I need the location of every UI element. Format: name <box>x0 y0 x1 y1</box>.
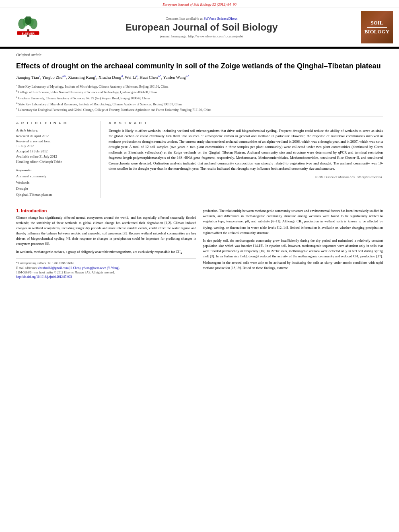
available-date: Available online 31 July 2012 <box>16 154 94 159</box>
email-addresses: chenhuai81@gmail.com (H. Chen), yfwang@u… <box>38 266 120 270</box>
article-info-col: A R T I C L E I N F O Article history: R… <box>16 121 101 198</box>
email-label: E-mail addresses: <box>16 266 37 270</box>
right-paragraph-1: production. The relationship between met… <box>203 208 383 236</box>
received-revised-date: 13 July 2012 <box>16 144 94 149</box>
keyword-2: Wetlands <box>16 180 94 186</box>
received-date: Received 26 April 2012 <box>16 134 94 139</box>
author-list: Jianqing Tiana, Yingbo Zhua,b, Xiaoming … <box>16 74 383 80</box>
abstract-label: A B S T R A C T <box>109 121 383 125</box>
keywords-title: Keywords: <box>16 168 94 172</box>
footnote-area: * Corresponding authors. Tel.: +86 10882… <box>16 259 196 279</box>
keyword-4: Qinghai–Tibetan plateau <box>16 192 94 198</box>
journal-citation: European Journal of Soil Biology 52 (201… <box>162 2 236 6</box>
affil-d: d State Key Laboratory of Microbial Reso… <box>16 101 383 107</box>
article-type-label: Original article <box>16 53 383 59</box>
corresponding-note: * Corresponding authors. Tel.: +86 10882… <box>16 261 196 265</box>
svg-text:ELSEVIER: ELSEVIER <box>22 32 35 35</box>
doi-link[interactable]: http://dx.doi.org/10.1016/j.ejsobi.2012.… <box>16 275 72 279</box>
journal-main-title: European Journal of Soil Biology <box>50 22 353 33</box>
keyword-3: Drought <box>16 186 94 192</box>
affil-a: a State Key Laboratory of Mycology, Inst… <box>16 83 383 89</box>
article-history-title: Article history: <box>16 128 94 132</box>
affil-e: e Laboratory for Ecological Forecasting … <box>16 107 383 113</box>
article-history: Article history: Received 26 April 2012 … <box>16 128 94 164</box>
body-right: production. The relationship between met… <box>203 208 383 279</box>
journal-citation-bar: European Journal of Soil Biology 52 (201… <box>0 0 399 8</box>
email-line: E-mail addresses: chenhuai81@gmail.com (… <box>16 266 196 270</box>
copyright: © 2012 Elsevier Masson SAS. All rights r… <box>109 175 383 179</box>
elsevier-tree-icon: ELSEVIER <box>14 16 42 39</box>
accepted-date: Accepted 13 July 2012 <box>16 149 94 154</box>
abstract-text: Drought is likely to affect wetlands, in… <box>109 128 383 172</box>
article-info-label: A R T I C L E I N F O <box>16 121 94 125</box>
handling-editor: Handling editor: Christoph Tebbe <box>16 159 94 164</box>
right-paragraph-2: In rice paddy soil, the methanogenic com… <box>203 238 383 271</box>
page-wrapper: European Journal of Soil Biology 52 (201… <box>0 0 399 283</box>
soil-biology-badge-area: SOIL BIOLOGY <box>353 11 393 43</box>
article-info-abstract: A R T I C L E I N F O Article history: R… <box>16 117 383 198</box>
handling-editor-name: Christoph Tebbe <box>39 160 62 164</box>
badge-soil-text: SOIL <box>370 20 383 27</box>
elsevier-logo-area: ELSEVIER <box>6 16 50 39</box>
intro-section-label: Introduction <box>21 208 47 213</box>
issn-line: 1164-5563/$ – see front matter © 2012 El… <box>16 270 196 275</box>
body-content: 1. Introduction Climate change has signi… <box>16 204 383 279</box>
sciverse-text: Contents lists available at <box>166 16 203 21</box>
intro-paragraph-2: In wetlands, methanogenic archaea, a gro… <box>16 249 196 256</box>
sciverse-link: Contents lists available at SciVerse Sci… <box>50 16 353 21</box>
keyword-1: Archaeal community <box>16 173 94 179</box>
badge-biology-text: BIOLOGY <box>364 29 389 35</box>
abstract-col: A B S T R A C T Drought is likely to aff… <box>109 121 383 198</box>
intro-paragraph-1: Climate change has significantly affecte… <box>16 215 196 247</box>
article-content: Original article Effects of drought on t… <box>0 49 399 283</box>
affil-c: c Graduate University, Chinese Academy o… <box>16 95 383 101</box>
journal-title-area: Contents lists available at SciVerse Sci… <box>50 16 353 39</box>
body-left: 1. Introduction Climate change has signi… <box>16 208 196 279</box>
article-title: Effects of drought on the archaeal commu… <box>16 62 383 71</box>
intro-section-title: 1. Introduction <box>16 208 196 213</box>
elsevier-logo: ELSEVIER <box>6 16 50 39</box>
intro-section-number: 1. <box>16 208 20 213</box>
affil-b: b College of Life Science, Hebei Normal … <box>16 89 383 95</box>
soil-biology-badge: SOIL BIOLOGY <box>361 11 393 43</box>
journal-homepage-link: journal homepage: http://www.elsevier.co… <box>50 34 353 38</box>
affiliations: a State Key Laboratory of Mycology, Inst… <box>16 83 383 113</box>
doi-line: http://dx.doi.org/10.1016/j.ejsobi.2012.… <box>16 275 196 279</box>
sciverse-link-text[interactable]: SciVerse ScienceDirect <box>204 16 237 21</box>
journal-header: ELSEVIER Contents lists available at Sci… <box>0 8 399 47</box>
handling-editor-label: Handling editor: <box>16 160 39 164</box>
keywords-section: Keywords: Archaeal community Wetlands Dr… <box>16 168 94 198</box>
received-revised-label: Received in revised form <box>16 139 94 144</box>
badge-divider <box>367 27 387 28</box>
